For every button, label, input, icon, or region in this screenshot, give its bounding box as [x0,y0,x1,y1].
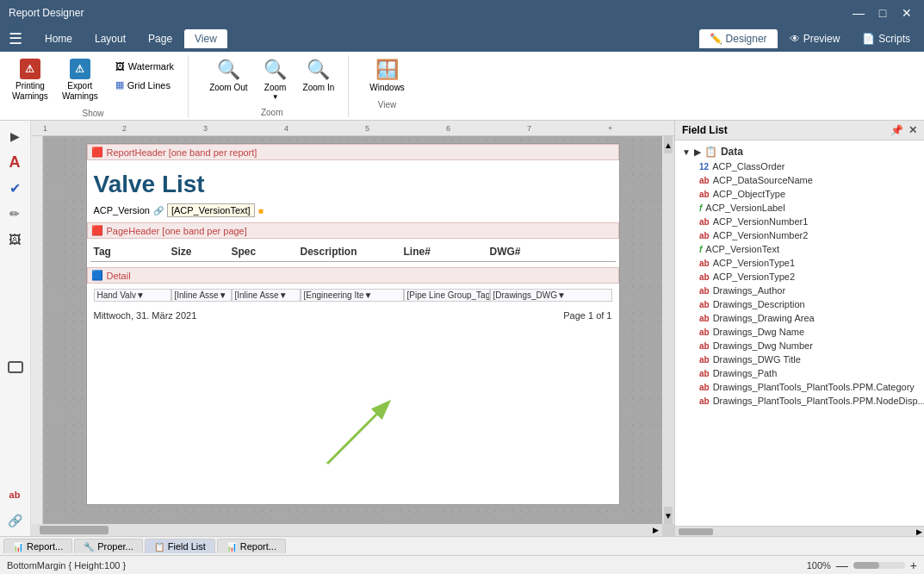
designer-button[interactable]: ✏️ Designer [699,29,778,48]
menu-view[interactable]: View [184,29,227,48]
field-item[interactable]: ab ACP_ObjectType [679,187,924,201]
vertical-scrollbar[interactable]: ▲ ▼ [662,136,674,524]
field-type-icon: ab [699,355,710,365]
panel-h-thumb[interactable] [679,528,713,535]
menu-home[interactable]: Home [34,29,83,48]
bottom-tab-report1[interactable]: 📊 Report... [3,539,72,553]
data-icon: 📋 [704,146,717,158]
report2-icon: 📊 [226,542,237,552]
canvas-area: 1 2 3 4 5 6 7 + 🟥 ReportHeader [one [31,121,674,536]
zoom-button[interactable]: 🔍 Zoom ▼ [257,55,295,104]
scripts-button[interactable]: 📄 Scripts [852,29,921,48]
fieldlist-icon: 📋 [154,542,164,552]
bottom-tab-fieldlist[interactable]: 📋 Field List [145,539,215,553]
tree-expand2[interactable]: ▶ [694,147,701,157]
pin-icon[interactable]: 📌 [890,124,903,136]
field-item[interactable]: 12 ACP_ClassOrder [679,159,924,173]
scroll-up[interactable]: ▲ [664,136,673,153]
field-item[interactable]: ab Drawings_Description [679,297,924,311]
detail-band-content: Hand Valv▼ [Inline Asse▼ [Inline Asse▼ [… [87,284,619,307]
maximize-button[interactable]: □ [874,6,891,20]
grid-lines-button[interactable]: ▦ Grid Lines [110,77,179,93]
image-tool[interactable]: 🖼 [2,228,28,252]
field-item[interactable]: ab Drawings_PlantTools_PlantTools.PPM.No… [679,394,924,408]
zoom-slider[interactable] [853,562,905,569]
field-item[interactable]: ab Drawings_PlantTools_PlantTools.PPM.Ca… [679,380,924,394]
field-type-icon: ab [699,272,710,282]
field-item[interactable]: ab ACP_DataSourceName [679,173,924,187]
version-label: ACP_Version [94,205,150,215]
field-type-icon: f [699,245,702,254]
field-item[interactable]: ab ACP_VersionType1 [679,256,924,270]
pencil-tool[interactable]: ✏ [2,202,28,226]
field-item[interactable]: ab Drawings_Dwg Number [679,339,924,353]
windows-button[interactable]: 🪟 Windows [364,55,410,97]
zoom-in-btn[interactable]: + [910,558,917,572]
field-item[interactable]: ab ACP_VersionNumber2 [679,228,924,242]
panel-h-scrollbar[interactable]: ▶ [675,526,924,536]
windows-icon: 🪟 [375,59,399,81]
scroll-thumb-h[interactable] [40,526,109,534]
close-button[interactable]: ✕ [898,6,915,20]
page-header-content: Tag Size Spec Description Line# DWG# [87,239,619,265]
titlebar: Report Designer — □ ✕ [0,0,924,26]
field-item[interactable]: ab Drawings_DWG Title [679,353,924,366]
scroll-right[interactable]: ▶ [653,526,659,534]
col-line: Line# [404,246,490,258]
field-item[interactable]: f ACP_VersionLabel [679,201,924,215]
field-item[interactable]: ab ACP_VersionType2 [679,270,924,284]
panel-scroll-right[interactable]: ▶ [916,527,922,536]
field-type-icon: ab [699,217,710,227]
watermark-button[interactable]: 🖼 Watermark [110,59,179,74]
link-tool[interactable]: 🔗 [2,508,28,533]
zoom-in-button[interactable]: 🔍 Zoom In [298,55,340,97]
cursor-tool[interactable]: ▶ [2,124,28,148]
preview-button[interactable]: 👁 Preview [779,29,851,48]
canvas-scroll[interactable]: 🟥 ReportHeader [one band per report] Val… [43,136,662,524]
field-item[interactable]: ab Drawings_Path [679,366,924,380]
footer-date: Mittwoch, 31. März 2021 [94,310,197,321]
menubar: ☰ Home Layout Page View ✏️ Designer 👁 Pr… [0,26,924,52]
tree-expand[interactable]: ▼ [682,147,691,157]
text-tool[interactable]: A [2,150,28,174]
footer-row: Mittwoch, 31. März 2021 Page 1 of 1 [87,307,619,324]
footer-page: Page 1 of 1 [563,310,611,321]
data-root-label: Data [721,146,743,158]
scroll-down[interactable]: ▼ [664,507,673,524]
ruler-top: 1 2 3 4 5 6 7 + [31,121,674,136]
field-item[interactable]: ab ACP_VersionNumber1 [679,215,924,228]
field-item[interactable]: ab Drawings_Drawing Area [679,311,924,325]
horizontal-scrollbar[interactable]: ▶ [31,524,662,536]
printing-warnings-button[interactable]: ⚠ Printing Warnings [7,55,53,105]
detail-row: Hand Valv▼ [Inline Asse▼ [Inline Asse▼ [… [90,287,616,303]
rectangle-tool[interactable] [8,361,23,373]
scripts-icon: 📄 [862,33,875,45]
scroll-corner [662,524,674,536]
field-item[interactable]: ab Drawings_Dwg Name [679,325,924,339]
col-tag: Tag [94,246,171,258]
report-header-icon: 🟥 [91,147,103,158]
minimize-button[interactable]: — [850,6,867,20]
menu-page[interactable]: Page [138,29,183,48]
zoom-in-icon: 🔍 [307,59,330,81]
panel-close-icon[interactable]: ✕ [908,124,917,136]
export-warnings-button[interactable]: ⚠ Export Warnings [57,55,103,105]
version-row: ACP_Version 🔗 [ACP_VersionText] ■ [90,202,616,219]
check-tool[interactable]: ✔ [2,176,28,200]
bottom-tab-proper[interactable]: 🔧 Proper... [74,539,143,553]
detail-spec: [Inline Asse▼ [232,289,301,302]
field-type-icon: ab [699,259,710,268]
statusbar-left: BottomMargin { Height:100 } [7,560,126,571]
field-type-icon: ab [699,341,710,351]
menu-layout[interactable]: Layout [84,29,136,48]
field-list-content[interactable]: ▼ ▶ 📋 Data 12 ACP_ClassOrder ab ACP_Data… [675,140,924,526]
titlebar-title: Report Designer [9,7,84,19]
detail-band-label: 🟦 Detail [87,267,619,284]
zoom-out-button[interactable]: 🔍 Zoom Out [204,55,252,97]
field-item[interactable]: ab Drawings_Author [679,284,924,297]
ab-tool[interactable]: ab [2,483,28,507]
zoom-out-btn[interactable]: — [836,558,848,572]
bottom-tab-report2[interactable]: 📊 Report... [217,539,286,553]
ruler-left [31,136,43,524]
field-item[interactable]: f ACP_VersionText [679,242,924,256]
